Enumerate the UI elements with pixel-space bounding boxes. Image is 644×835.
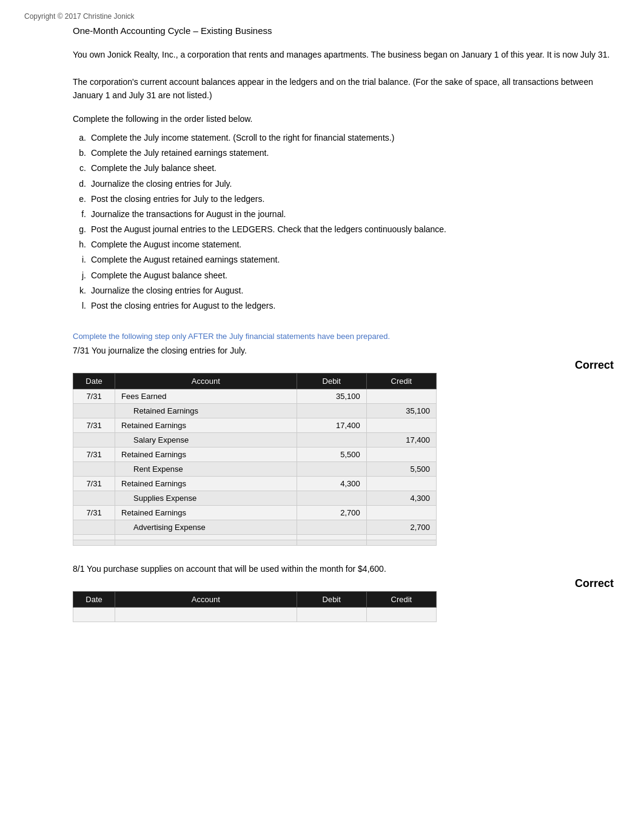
cell-debit: 17,400: [297, 418, 366, 433]
table-row: 7/31 Retained Earnings 4,300: [73, 477, 437, 491]
cell-date: [73, 433, 115, 448]
cell-account: Retained Earnings: [115, 418, 297, 433]
cell-account: Advertising Expense: [115, 520, 297, 535]
cell-debit: [297, 491, 366, 506]
col-header-credit: Credit: [366, 374, 436, 389]
list-item: l.Post the closing entries for August to…: [73, 298, 620, 314]
table-row: 7/31 Retained Earnings 2,700: [73, 506, 437, 520]
list-item: g.Post the August journal entries to the…: [73, 222, 620, 237]
table-row: [73, 540, 437, 546]
list-text: Complete the July balance sheet.: [91, 161, 216, 176]
cell-account: Retained Earnings: [115, 506, 297, 520]
cell-date: [73, 462, 115, 477]
list-text: Complete the July retained earnings stat…: [91, 146, 269, 161]
cell-credit: [366, 418, 436, 433]
table-row: Supplies Expense 4,300: [73, 491, 437, 506]
cell-debit: [297, 520, 366, 535]
list-text: Complete the August balance sheet.: [91, 268, 227, 283]
cell-debit: 4,300: [297, 477, 366, 491]
list-letter: d.: [73, 176, 91, 192]
col-header-date-aug: Date: [73, 592, 115, 608]
section-august-purchase: 8/1 You purchase supplies on account tha…: [73, 564, 620, 622]
correct-badge-july: Correct: [73, 359, 614, 372]
cell-credit: [366, 389, 436, 404]
intro-paragraph-1: You own Jonick Realty, Inc., a corporati…: [73, 48, 620, 61]
list-letter: f.: [73, 207, 91, 222]
list-item: e.Post the closing entries for July to t…: [73, 192, 620, 207]
list-text: Post the closing entries for August to t…: [91, 298, 275, 314]
table-row: 7/31 Fees Earned 35,100: [73, 389, 437, 404]
list-item: j.Complete the August balance sheet.: [73, 268, 620, 283]
list-text: Post the closing entries for July to the…: [91, 192, 264, 207]
cell-debit: [297, 535, 366, 540]
cell-date: 7/31: [73, 418, 115, 433]
cell-date: [73, 535, 115, 540]
cell-credit: [366, 535, 436, 540]
list-text: Journalize the transactions for August i…: [91, 207, 286, 222]
list-item: c.Complete the July balance sheet.: [73, 161, 620, 176]
table-row: Salary Expense 17,400: [73, 433, 437, 448]
cell-date: 7/31: [73, 477, 115, 491]
table-row: Rent Expense 5,500: [73, 462, 437, 477]
list-item: d.Journalize the closing entries for Jul…: [73, 176, 620, 192]
cell-account: Rent Expense: [115, 462, 297, 477]
cell-date: [73, 540, 115, 546]
table-row: 7/31 Retained Earnings 5,500: [73, 448, 437, 462]
list-item: k.Journalize the closing entries for Aug…: [73, 283, 620, 298]
list-text: Journalize the closing entries for Augus…: [91, 283, 243, 298]
list-letter: b.: [73, 146, 91, 161]
copyright-text: Copyright © 2017 Christine Jonick: [24, 12, 620, 21]
cell-debit: [297, 462, 366, 477]
cell-credit: 17,400: [366, 433, 436, 448]
list-text: Journalize the closing entries for July.: [91, 176, 232, 192]
table-row: Retained Earnings 35,100: [73, 404, 437, 418]
col-header-credit-aug: Credit: [366, 592, 436, 608]
journal-table-july: Date Account Debit Credit 7/31 Fees Earn…: [73, 373, 437, 546]
cell-credit: [366, 540, 436, 546]
cell-date: [73, 404, 115, 418]
entry-label-july: 7/31 You journalize the closing entries …: [73, 346, 620, 355]
list-letter: h.: [73, 237, 91, 252]
section-july-closing: Complete the following step only AFTER t…: [73, 332, 620, 546]
col-header-debit: Debit: [297, 374, 366, 389]
table-row: Advertising Expense 2,700: [73, 520, 437, 535]
cell-date: [73, 520, 115, 535]
instructions-intro: Complete the following in the order list…: [73, 112, 620, 126]
list-letter: i.: [73, 252, 91, 267]
cell-date: [73, 491, 115, 506]
section-note: Complete the following step only AFTER t…: [73, 332, 620, 341]
list-letter: c.: [73, 161, 91, 176]
instructions-list: a.Complete the July income statement. (S…: [73, 130, 620, 314]
cell-debit: 5,500: [297, 448, 366, 462]
cell-date: 7/31: [73, 448, 115, 462]
list-item: f.Journalize the transactions for August…: [73, 207, 620, 222]
cell-account: Retained Earnings: [115, 477, 297, 491]
cell-credit: [366, 506, 436, 520]
cell-debit: [297, 404, 366, 418]
cell-account: Salary Expense: [115, 433, 297, 448]
list-text: Complete the August income statement.: [91, 237, 241, 252]
list-letter: l.: [73, 298, 91, 314]
cell-credit: 4,300: [366, 491, 436, 506]
list-letter: g.: [73, 222, 91, 237]
journal-table-august: Date Account Debit Credit: [73, 591, 437, 622]
table-row: 7/31 Retained Earnings 17,400: [73, 418, 437, 433]
cell-account: Retained Earnings: [115, 448, 297, 462]
page-title: One-Month Accounting Cycle – Existing Bu…: [73, 25, 620, 36]
table-row: [73, 535, 437, 540]
intro-paragraph-2: The corporation's current account balanc…: [73, 75, 620, 102]
col-header-debit-aug: Debit: [297, 592, 366, 608]
cell-debit: [297, 608, 366, 622]
cell-debit: [297, 540, 366, 546]
cell-credit: 2,700: [366, 520, 436, 535]
entry-label-august: 8/1 You purchase supplies on account tha…: [73, 564, 620, 574]
cell-account: [115, 535, 297, 540]
cell-credit: 35,100: [366, 404, 436, 418]
list-letter: j.: [73, 268, 91, 283]
list-text: Post the August journal entries to the L…: [91, 222, 446, 237]
cell-account: [115, 540, 297, 546]
list-item: i.Complete the August retained earnings …: [73, 252, 620, 267]
cell-credit: [366, 477, 436, 491]
cell-account: Fees Earned: [115, 389, 297, 404]
list-item: a.Complete the July income statement. (S…: [73, 130, 620, 146]
